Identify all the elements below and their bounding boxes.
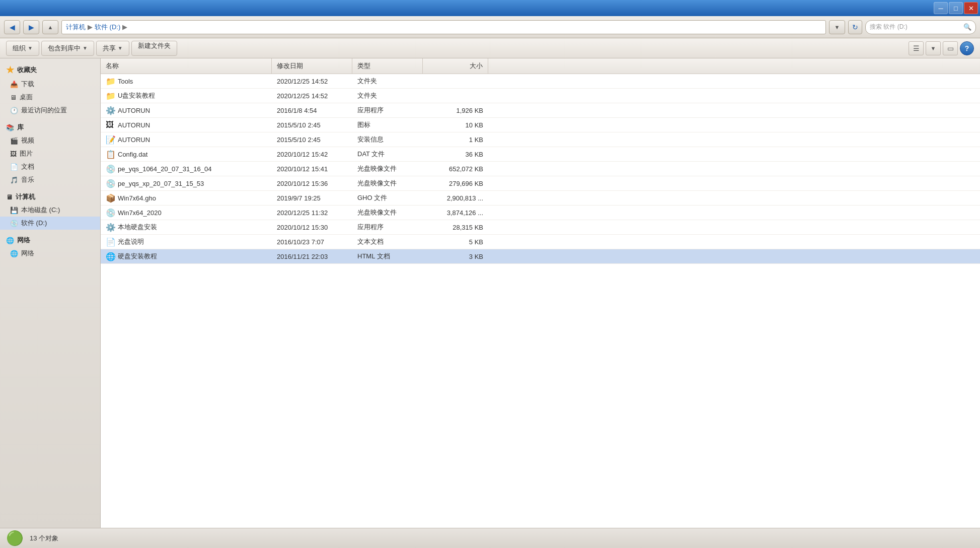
- column-name[interactable]: 名称: [101, 58, 272, 74]
- file-size-cell: 28,315 KB: [423, 221, 488, 234]
- help-label: ?: [965, 44, 969, 52]
- forward-button[interactable]: ▶: [23, 20, 39, 34]
- exe-icon: ⚙️: [106, 223, 115, 232]
- folder-icon: 📁: [106, 77, 115, 86]
- breadcrumb-drive[interactable]: 软件 (D:): [95, 23, 120, 32]
- table-row[interactable]: 📁 U盘安装教程 2020/12/25 14:52 文件夹: [101, 89, 980, 103]
- table-row[interactable]: 📦 Win7x64.gho 2019/9/7 19:25 GHO 文件 2,90…: [101, 191, 980, 206]
- refresh-button[interactable]: ↻: [848, 20, 862, 34]
- search-box[interactable]: 搜索 软件 (D:) 🔍: [865, 20, 976, 34]
- table-row[interactable]: ⚙️ AUTORUN 2016/1/8 4:54 应用程序 1,926 KB: [101, 103, 980, 118]
- search-placeholder: 搜索 软件 (D:): [870, 23, 963, 31]
- status-app-icon: 🟢: [6, 530, 24, 546]
- status-count: 13 个对象: [30, 534, 58, 543]
- table-row[interactable]: 💿 Win7x64_2020 2020/12/25 11:32 光盘映像文件 3…: [101, 206, 980, 220]
- title-bar: ─ □ ✕: [0, 0, 980, 16]
- pictures-icon: 🖼: [10, 150, 17, 158]
- file-name: 本地硬盘安装: [118, 223, 157, 232]
- file-size-cell: [423, 79, 488, 84]
- file-list-header: 名称 修改日期 类型 大小: [101, 58, 980, 74]
- file-name: pe_yqs_xp_20_07_31_15_53: [118, 180, 204, 187]
- column-type[interactable]: 类型: [352, 58, 423, 74]
- include-button[interactable]: 包含到库中 ▼: [41, 41, 94, 56]
- help-button[interactable]: ?: [960, 41, 974, 55]
- breadcrumb-computer[interactable]: 计算机: [66, 23, 86, 32]
- file-name-cell: 📦 Win7x64.gho: [101, 191, 272, 205]
- file-name-cell: 📄 光盘说明: [101, 235, 272, 249]
- file-name: U盘安装教程: [118, 91, 155, 100]
- view-button[interactable]: ☰: [909, 41, 924, 55]
- preview-pane-button[interactable]: ▭: [943, 41, 958, 55]
- address-path[interactable]: 计算机 ▶ 软件 (D:) ▶: [61, 20, 826, 34]
- file-name: pe_yqs_1064_20_07_31_16_04: [118, 165, 212, 173]
- file-name-cell: 📝 AUTORUN: [101, 132, 272, 147]
- table-row[interactable]: 📄 光盘说明 2016/10/23 7:07 文本文档 5 KB: [101, 235, 980, 249]
- inf-icon: 📝: [106, 135, 115, 144]
- toolbar: 组织 ▼ 包含到库中 ▼ 共享 ▼ 新建文件夹 ☰ ▼ ▭ ?: [0, 38, 980, 58]
- share-arrow-icon: ▼: [118, 45, 123, 51]
- sidebar-item-music[interactable]: 🎵 音乐: [0, 173, 100, 186]
- table-row[interactable]: ⚙️ 本地硬盘安装 2020/10/12 15:30 应用程序 28,315 K…: [101, 220, 980, 235]
- view-toggle-button[interactable]: ▼: [926, 41, 941, 55]
- table-row[interactable]: 💿 pe_yqs_xp_20_07_31_15_53 2020/10/12 15…: [101, 176, 980, 191]
- back-button[interactable]: ◀: [4, 20, 20, 34]
- column-date[interactable]: 修改日期: [272, 58, 352, 74]
- sidebar-item-c-drive[interactable]: 💾 本地磁盘 (C:): [0, 203, 100, 217]
- file-date-cell: 2020/10/12 15:30: [272, 221, 352, 234]
- file-size-cell: 1 KB: [423, 133, 488, 146]
- file-size-cell: 36 KB: [423, 148, 488, 161]
- column-size[interactable]: 大小: [423, 58, 488, 74]
- status-bar: 🟢 13 个对象: [0, 528, 980, 548]
- file-date-cell: 2020/10/12 15:42: [272, 148, 352, 161]
- new-folder-button[interactable]: 新建文件夹: [131, 41, 177, 56]
- file-size-cell: 5 KB: [423, 236, 488, 248]
- video-label: 视频: [21, 136, 34, 145]
- file-date-cell: 2015/5/10 2:45: [272, 133, 352, 146]
- downloads-icon: 📥: [10, 81, 18, 88]
- file-type-cell: 光盘映像文件: [352, 206, 423, 220]
- sidebar-item-documents[interactable]: 📄 文档: [0, 160, 100, 173]
- up-button[interactable]: ▲: [42, 20, 58, 34]
- file-type-cell: 应用程序: [352, 220, 423, 234]
- search-icon: 🔍: [963, 23, 971, 31]
- table-row[interactable]: 🌐 硬盘安装教程 2016/11/21 22:03 HTML 文档 3 KB: [101, 249, 980, 264]
- sidebar-item-video[interactable]: 🎬 视频: [0, 134, 100, 147]
- txt-icon: 📄: [106, 237, 115, 246]
- table-row[interactable]: 📁 Tools 2020/12/25 14:52 文件夹: [101, 74, 980, 89]
- sidebar-item-pictures[interactable]: 🖼 图片: [0, 147, 100, 160]
- file-name: AUTORUN: [118, 121, 150, 129]
- file-type-cell: 光盘映像文件: [352, 162, 423, 176]
- share-button[interactable]: 共享 ▼: [96, 41, 129, 56]
- file-date-cell: 2016/1/8 4:54: [272, 104, 352, 117]
- file-type-cell: DAT 文件: [352, 147, 423, 161]
- sidebar-item-downloads[interactable]: 📥 下载: [0, 78, 100, 91]
- sidebar-item-recent[interactable]: 🕐 最近访问的位置: [0, 104, 100, 117]
- sidebar-item-network[interactable]: 🌐 网络: [0, 247, 100, 260]
- new-folder-label: 新建文件夹: [138, 42, 171, 49]
- close-button[interactable]: ✕: [964, 2, 978, 14]
- table-row[interactable]: 💿 pe_yqs_1064_20_07_31_16_04 2020/10/12 …: [101, 162, 980, 176]
- iso-icon: 💿: [106, 164, 115, 173]
- maximize-button[interactable]: □: [949, 2, 963, 14]
- downloads-label: 下载: [21, 80, 34, 89]
- exe-icon: ⚙️: [106, 106, 115, 115]
- minimize-button[interactable]: ─: [934, 2, 948, 14]
- table-row[interactable]: 📋 Config.dat 2020/10/12 15:42 DAT 文件 36 …: [101, 147, 980, 162]
- file-name-cell: 📁 Tools: [101, 74, 272, 88]
- table-row[interactable]: 📝 AUTORUN 2015/5/10 2:45 安装信息 1 KB: [101, 132, 980, 147]
- file-name: AUTORUN: [118, 136, 150, 144]
- file-size-cell: 3 KB: [423, 250, 488, 263]
- table-row[interactable]: 🖼 AUTORUN 2015/5/10 2:45 图标 10 KB: [101, 118, 980, 132]
- desktop-label: 桌面: [20, 93, 33, 102]
- include-label: 包含到库中: [48, 44, 81, 53]
- recent-icon: 🕐: [10, 107, 18, 114]
- organize-arrow-icon: ▼: [28, 45, 33, 51]
- sidebar-item-desktop[interactable]: 🖥 桌面: [0, 91, 100, 104]
- file-list: 名称 修改日期 类型 大小 📁 Tools 2020/12/25 14:52 文…: [101, 58, 980, 528]
- dropdown-button[interactable]: ▼: [829, 20, 845, 34]
- favorites-header: ★ 收藏夹: [0, 62, 100, 78]
- sidebar-item-d-drive[interactable]: 💿 软件 (D:): [0, 217, 100, 230]
- network-icon: 🌐: [10, 250, 18, 257]
- organize-button[interactable]: 组织 ▼: [6, 41, 39, 56]
- file-name-cell: ⚙️ AUTORUN: [101, 103, 272, 117]
